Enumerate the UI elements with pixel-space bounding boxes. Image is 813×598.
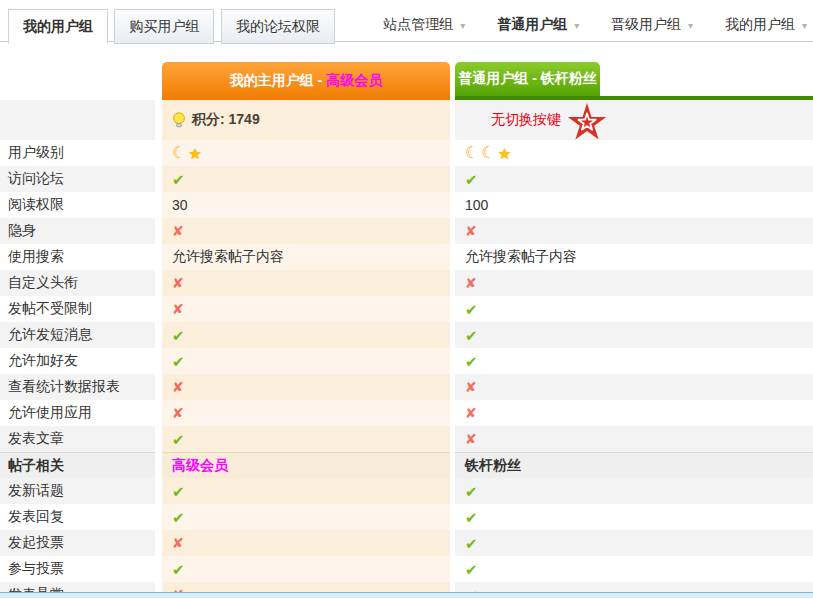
row-label: 用户级别 (0, 140, 155, 166)
tab-my-forum-permissions[interactable]: 我的论坛权限 (221, 9, 335, 44)
cell-primary: 允许搜索帖子内容 (162, 244, 450, 270)
compare-group-header: 普通用户组 - 铁杆粉丝 (455, 62, 813, 100)
cell-text: 高级会员 (172, 457, 228, 475)
cell-primary: ✘ (162, 374, 450, 400)
check-icon: ✔ (172, 432, 185, 447)
row-label: 发新话题 (0, 478, 155, 504)
moon-icon: ☾ (465, 145, 479, 161)
cross-icon: ✘ (172, 302, 184, 316)
row-label: 参与投票 (0, 556, 155, 582)
table-row: 用户级别☾★☾☾★ (0, 140, 813, 166)
group-link-label: 晋级用户组 (611, 16, 681, 32)
cross-icon: ✘ (172, 224, 184, 238)
no-switch-note: 无切换按键 (491, 111, 561, 129)
permissions-table: 用户级别☾★☾☾★访问论坛✔✔阅读权限30100隐身✘✘使用搜索允许搜索帖子内容… (0, 140, 813, 598)
moon-icon: ☾ (172, 145, 186, 161)
cross-icon: ✘ (172, 276, 184, 290)
group-link-upgrade-user[interactable]: 晋级用户组▾ (611, 16, 693, 32)
group-links: 站点管理组▾ 普通用户组▾ 晋级用户组▾ 我的用户组▾ (355, 16, 807, 34)
table-row: 发帖不受限制✘✔ (0, 296, 813, 322)
chevron-down-icon: ▾ (574, 20, 579, 31)
primary-group-header: 我的主用户组 - 高级会员 (162, 62, 450, 100)
row-label: 允许发短消息 (0, 322, 155, 348)
compare-header-row: 我的主用户组 - 高级会员 普通用户组 - 铁杆粉丝 (0, 62, 813, 100)
row-label: 访问论坛 (0, 166, 155, 192)
table-row: 发表回复✔✔ (0, 504, 813, 530)
credits-cell: 积分: 1749 (162, 100, 450, 140)
cell-primary: ✔ (162, 166, 450, 192)
row-label: 使用搜索 (0, 244, 155, 270)
cell-primary: ☾★ (162, 140, 450, 166)
check-icon: ✔ (465, 354, 478, 369)
star-icon: ★ (498, 146, 511, 161)
tab-buy-usergroup[interactable]: 购买用户组 (114, 9, 214, 44)
row-label: 允许使用应用 (0, 400, 155, 426)
cell-text: 30 (172, 197, 188, 213)
check-icon: ✔ (465, 328, 478, 343)
check-icon: ✔ (172, 354, 185, 369)
no-switch-cell: 无切换按键 (455, 100, 813, 140)
chevron-down-icon: ▾ (688, 20, 693, 31)
check-icon: ✔ (465, 484, 478, 499)
summary-row-label (0, 100, 155, 140)
check-icon: ✔ (465, 536, 478, 551)
check-icon: ✔ (465, 172, 478, 187)
cross-icon: ✘ (172, 536, 184, 550)
tab-my-usergroup[interactable]: 我的用户组 (8, 9, 108, 44)
table-row: 访问论坛✔✔ (0, 166, 813, 192)
row-label: 允许加好友 (0, 348, 155, 374)
cell-primary: ✘ (162, 270, 450, 296)
row-label: 自定义头衔 (0, 270, 155, 296)
group-link-normal-user[interactable]: 普通用户组▾ (497, 16, 579, 32)
table-row: 查看统计数据报表✘✘ (0, 374, 813, 400)
group-link-label: 站点管理组 (383, 16, 453, 32)
cell-compare: ✘ (455, 426, 813, 452)
cell-primary: 30 (162, 192, 450, 218)
chevron-down-icon: ▾ (802, 20, 807, 31)
table-row: 参与投票✔✔ (0, 556, 813, 582)
cell-compare: ✔ (455, 322, 813, 348)
table-row: 允许加好友✔✔ (0, 348, 813, 374)
summary-row: 积分: 1749 无切换按键 (0, 100, 813, 140)
cell-compare: 允许搜索帖子内容 (455, 244, 813, 270)
moon-icon: ☾ (481, 145, 495, 161)
cell-compare: ✔ (455, 348, 813, 374)
cell-compare: ✔ (455, 556, 813, 582)
cell-primary: ✘ (162, 296, 450, 322)
my-usergroup-page: 我的用户组 购买用户组 我的论坛权限 站点管理组▾ 普通用户组▾ 晋级用户组▾ … (0, 0, 813, 598)
cell-primary: ✔ (162, 556, 450, 582)
credits-label: 积分: 1749 (192, 111, 260, 129)
cell-compare: 100 (455, 192, 813, 218)
lightbulb-icon (172, 112, 186, 129)
cell-compare: ✔ (455, 530, 813, 556)
cell-compare: ✘ (455, 400, 813, 426)
cell-primary: ✘ (162, 400, 450, 426)
check-icon: ✔ (172, 562, 185, 577)
group-link-my-usergroup[interactable]: 我的用户组▾ (725, 16, 807, 32)
cell-primary: 高级会员 (162, 452, 450, 478)
table-row: 自定义头衔✘✘ (0, 270, 813, 296)
bottom-panel-edge (0, 592, 813, 598)
cell-compare: ✘ (455, 270, 813, 296)
cell-primary: ✘ (162, 218, 450, 244)
row-label: 发起投票 (0, 530, 155, 556)
group-link-site-admin[interactable]: 站点管理组▾ (383, 16, 465, 32)
table-row: 隐身✘✘ (0, 218, 813, 244)
cell-compare: ✔ (455, 478, 813, 504)
cell-compare: ☾☾★ (455, 140, 813, 166)
row-label: 帖子相关 (0, 452, 155, 478)
cross-icon: ✘ (465, 432, 477, 446)
check-icon: ✔ (172, 172, 185, 187)
check-icon: ✔ (465, 510, 478, 525)
cell-compare: 铁杆粉丝 (455, 452, 813, 478)
compare-group-tab[interactable]: 普通用户组 - 铁杆粉丝 (455, 62, 600, 96)
check-icon: ✔ (172, 328, 185, 343)
table-row: 使用搜索允许搜索帖子内容允许搜索帖子内容 (0, 244, 813, 270)
row-label: 发表回复 (0, 504, 155, 530)
cell-compare: ✔ (455, 166, 813, 192)
row-label: 发帖不受限制 (0, 296, 155, 322)
table-row: 发表文章✔✘ (0, 426, 813, 452)
cell-primary: ✔ (162, 426, 450, 452)
cross-icon: ✘ (465, 406, 477, 420)
cross-icon: ✘ (465, 276, 477, 290)
